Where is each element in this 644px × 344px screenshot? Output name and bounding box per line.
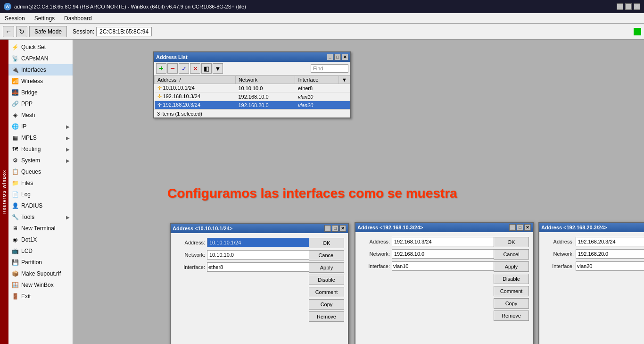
dialog2-disable-button[interactable]: Disable bbox=[494, 274, 529, 284]
connection-status bbox=[634, 28, 641, 35]
content-area: Address List _ □ ✕ + − ✓ ✕ ◧ ▼ bbox=[73, 40, 644, 344]
sidebar-item-new-winbox[interactable]: 🪟 New WinBox bbox=[8, 279, 73, 291]
col-interface[interactable]: Interface bbox=[295, 76, 339, 84]
dialog2-comment-button[interactable]: Comment bbox=[494, 286, 529, 296]
interfaces-icon: 🔌 bbox=[11, 66, 19, 74]
close-button[interactable]: ✕ bbox=[634, 3, 640, 10]
sidebar-item-partition[interactable]: 💾 Partition bbox=[8, 257, 73, 268]
table-row[interactable]: ✛ 192.168.20.3/24 192.168.20.0 vlan20 bbox=[155, 101, 350, 109]
tools-icon: 🔧 bbox=[11, 213, 19, 221]
sidebar-item-log[interactable]: 📄 Log bbox=[8, 189, 73, 200]
sidebar-item-quick-set[interactable]: ⚡ Quick Set bbox=[8, 42, 73, 53]
dialog2-ok-button[interactable]: OK bbox=[494, 237, 529, 247]
dialog1-minimize[interactable]: _ bbox=[324, 225, 331, 232]
address3-interface-select[interactable]: vlan20 bbox=[576, 261, 644, 271]
dialog2-apply-button[interactable]: Apply bbox=[494, 261, 529, 272]
dialog1-maximize[interactable]: □ bbox=[332, 225, 339, 232]
sidebar-items: ⚡ Quick Set 📡 CAPsMAN 🔌 Interfaces 📶 Wir… bbox=[8, 40, 73, 302]
sidebar-item-tools[interactable]: 🔧 Tools ▶ bbox=[8, 211, 73, 223]
sidebar-item-exit[interactable]: 🚪 Exit bbox=[8, 291, 73, 302]
addr-list-maximize[interactable]: □ bbox=[334, 54, 341, 60]
table-row[interactable]: ✛ 192.168.10.3/24 192.168.10.0 vlan10 bbox=[155, 92, 350, 101]
sidebar-item-wireless[interactable]: 📶 Wireless bbox=[8, 76, 73, 87]
dialog2-titlebar[interactable]: Address <192.168.10.3/24> _ □ ✕ bbox=[355, 223, 533, 232]
sidebar-item-dot1x[interactable]: ◉ Dot1X bbox=[8, 234, 73, 245]
sidebar-item-files[interactable]: 📁 Files bbox=[8, 177, 73, 189]
dialog1-ok-button[interactable]: OK bbox=[309, 238, 344, 248]
table-row[interactable]: ✛ 10.10.10.1/24 10.10.10.0 ether8 bbox=[155, 84, 350, 92]
sidebar-item-radius[interactable]: 👤 RADIUS bbox=[8, 200, 73, 211]
sidebar-item-lcd[interactable]: 📺 LCD bbox=[8, 245, 73, 257]
filter-button[interactable]: ▼ bbox=[213, 63, 223, 74]
dialog-address3: Address <192.168.20.3/24> _ □ ✕ Address:… bbox=[538, 222, 644, 344]
sidebar-label-tools: Tools bbox=[21, 214, 34, 220]
sidebar-item-queues[interactable]: 📋 Queues bbox=[8, 166, 73, 177]
dialog1-cancel-button[interactable]: Cancel bbox=[309, 250, 344, 260]
dialog1-comment-button[interactable]: Comment bbox=[309, 287, 344, 297]
maximize-button[interactable]: ❐ bbox=[625, 3, 632, 10]
address3-network-row: Network: ▲ bbox=[543, 249, 644, 259]
app-icon: W bbox=[4, 3, 11, 10]
sidebar-item-ppp[interactable]: 🔗 PPP bbox=[8, 98, 73, 109]
search-input[interactable] bbox=[311, 64, 348, 73]
address3-address-input[interactable] bbox=[576, 237, 644, 246]
dialog1-apply-button[interactable]: Apply bbox=[309, 262, 344, 273]
safe-mode-button[interactable]: Safe Mode bbox=[29, 26, 67, 37]
sidebar-item-system[interactable]: ⚙ System ▶ bbox=[8, 155, 73, 166]
dialog2-close[interactable]: ✕ bbox=[524, 224, 531, 231]
menu-settings[interactable]: Settings bbox=[33, 14, 57, 23]
dialog1-titlebar[interactable]: Address <10.10.10.1/24> _ □ ✕ bbox=[171, 224, 348, 233]
dialog2-minimize[interactable]: _ bbox=[509, 224, 516, 231]
address-list-window: Address List _ □ ✕ + − ✓ ✕ ◧ ▼ bbox=[153, 51, 351, 118]
sidebar-item-routing[interactable]: 🗺 Routing ▶ bbox=[8, 143, 73, 155]
sidebar-item-interfaces[interactable]: 🔌 Interfaces bbox=[8, 64, 73, 76]
edit-button[interactable]: ✓ bbox=[179, 63, 189, 74]
dialog1-close[interactable]: ✕ bbox=[339, 225, 346, 232]
sidebar-item-capsman[interactable]: 📡 CAPsMAN bbox=[8, 53, 73, 64]
dialog2-remove-button[interactable]: Remove bbox=[494, 310, 529, 321]
row-interface: ether8 bbox=[295, 84, 339, 92]
dialog2-copy-button[interactable]: Copy bbox=[494, 298, 529, 309]
sidebar-label-mpls: MPLS bbox=[21, 134, 37, 141]
dialog2-title: Address <192.168.10.3/24> bbox=[357, 225, 423, 230]
delete-button[interactable]: ✕ bbox=[190, 63, 200, 74]
sidebar-label-mesh: Mesh bbox=[21, 112, 35, 118]
remove-button[interactable]: − bbox=[167, 63, 178, 74]
toolbar: ← ↻ Safe Mode Session: 2C:C8:1B:65:8C:94 bbox=[0, 24, 644, 40]
address-list-titlebar[interactable]: Address List _ □ ✕ bbox=[154, 52, 350, 62]
address1-interface-label: Interface: bbox=[174, 264, 205, 270]
add-button[interactable]: + bbox=[156, 63, 166, 74]
dialog2-maximize[interactable]: □ bbox=[517, 224, 523, 231]
col-expand[interactable]: ▼ bbox=[339, 76, 350, 84]
addr-list-minimize[interactable]: _ bbox=[327, 54, 333, 60]
dialog1-disable-button[interactable]: Disable bbox=[309, 275, 344, 285]
address3-network-input[interactable] bbox=[576, 249, 644, 259]
sidebar-label-lcd: LCD bbox=[21, 248, 33, 254]
sidebar-item-make-supout[interactable]: 📦 Make Supout.rif bbox=[8, 268, 73, 279]
dialog2-cancel-button[interactable]: Cancel bbox=[494, 249, 529, 260]
session-label: Session: bbox=[73, 28, 94, 35]
refresh-button[interactable]: ↻ bbox=[16, 26, 27, 37]
menu-dashboard[interactable]: Dashboard bbox=[62, 14, 94, 23]
col-network[interactable]: Network bbox=[235, 76, 295, 84]
dialog1-copy-button[interactable]: Copy bbox=[309, 299, 344, 310]
make-supout-icon: 📦 bbox=[11, 270, 19, 277]
minimize-button[interactable]: — bbox=[617, 3, 623, 10]
move-button[interactable]: ◧ bbox=[201, 63, 212, 74]
addr-list-close[interactable]: ✕ bbox=[342, 54, 348, 60]
dialog1-title: Address <10.10.10.1/24> bbox=[173, 226, 232, 231]
sidebar-item-mesh[interactable]: ◈ Mesh bbox=[8, 109, 73, 121]
sidebar-item-ip[interactable]: 🌐 IP ▶ bbox=[8, 121, 73, 132]
address1-network-label: Network: bbox=[174, 252, 205, 258]
dialog1-remove-button[interactable]: Remove bbox=[309, 311, 344, 322]
row-address: ✛ 192.168.10.3/24 bbox=[155, 92, 236, 101]
back-button[interactable]: ← bbox=[3, 26, 14, 37]
sidebar-item-new-terminal[interactable]: 🖥 New Terminal bbox=[8, 223, 73, 234]
sidebar-item-bridge[interactable]: 🌉 Bridge bbox=[8, 87, 73, 98]
files-icon: 📁 bbox=[11, 179, 19, 187]
col-address[interactable]: Address / bbox=[155, 76, 236, 84]
menu-session[interactable]: Session bbox=[3, 14, 27, 23]
dialog1-buttons: OK Cancel Apply Disable Comment Copy Rem… bbox=[309, 238, 344, 322]
sidebar-item-mpls[interactable]: ▦ MPLS ▶ bbox=[8, 132, 73, 143]
dialog3-titlebar[interactable]: Address <192.168.20.3/24> _ □ ✕ bbox=[539, 223, 644, 232]
